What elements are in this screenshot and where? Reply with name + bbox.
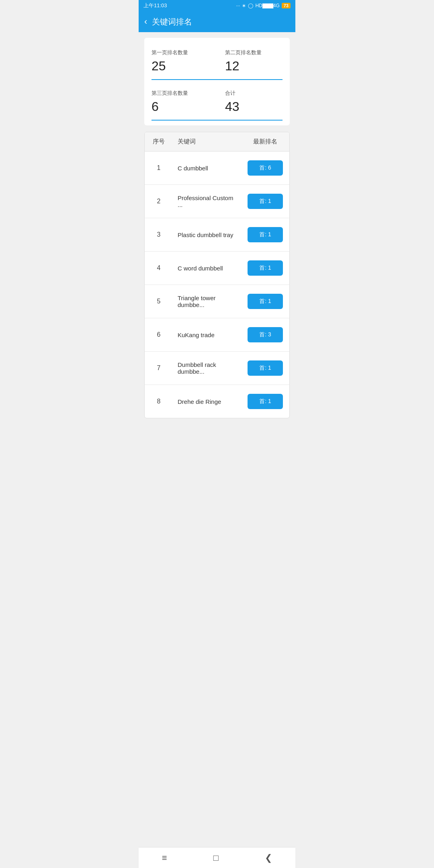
col-header-index: 序号 bbox=[145, 132, 173, 151]
cell-index: 7 bbox=[145, 358, 173, 378]
stat-page3: 第三页排名数量 6 bbox=[151, 86, 217, 121]
keyword-table: 序号 关键词 最新排名 1 C dumbbell 首: 6 2 Professi… bbox=[144, 132, 290, 418]
col-header-rank: 最新排名 bbox=[241, 132, 289, 151]
table-row[interactable]: 3 Plastic dumbbell tray 首: 1 bbox=[145, 218, 289, 252]
table-row[interactable]: 2 Professional Custom ... 首: 1 bbox=[145, 185, 289, 218]
cell-keyword: KuKang trade bbox=[173, 325, 241, 345]
rank-badge[interactable]: 首: 1 bbox=[248, 260, 283, 276]
table-body: 1 C dumbbell 首: 6 2 Professional Custom … bbox=[145, 151, 289, 418]
rank-badge[interactable]: 首: 1 bbox=[248, 194, 283, 209]
cell-index: 2 bbox=[145, 191, 173, 211]
cell-index: 6 bbox=[145, 325, 173, 345]
cell-rank: 首: 1 bbox=[241, 252, 289, 285]
page-title: 关键词排名 bbox=[152, 16, 192, 27]
rank-badge[interactable]: 首: 3 bbox=[248, 327, 283, 342]
cell-keyword: Professional Custom ... bbox=[173, 188, 241, 215]
signal-icon: HD▇▇▇4G bbox=[255, 3, 279, 8]
stat-page2: 第二页排名数量 12 bbox=[217, 46, 283, 80]
cell-rank: 首: 1 bbox=[241, 352, 289, 385]
stat-page2-label: 第二页排名数量 bbox=[225, 49, 283, 56]
stat-page3-value: 6 bbox=[151, 99, 209, 114]
cell-rank: 首: 1 bbox=[241, 185, 289, 218]
cell-index: 1 bbox=[145, 158, 173, 178]
cell-keyword: C dumbbell bbox=[173, 158, 241, 178]
cell-rank: 首: 1 bbox=[241, 385, 289, 418]
stat-total-label: 合计 bbox=[225, 90, 283, 97]
stat-page3-label: 第三页排名数量 bbox=[151, 90, 209, 97]
cell-index: 8 bbox=[145, 391, 173, 411]
rank-badge[interactable]: 首: 1 bbox=[248, 294, 283, 309]
cell-keyword: C word dumbbell bbox=[173, 258, 241, 278]
cell-keyword: Triangle tower dumbbe... bbox=[173, 288, 241, 315]
status-bar: 上午11:03 ··· ∗ ◯ HD▇▇▇4G 73 bbox=[139, 0, 295, 11]
back-button[interactable]: ‹ bbox=[144, 16, 147, 27]
main-content: 第一页排名数量 25 第二页排名数量 12 第三页排名数量 6 合计 43 序号… bbox=[139, 32, 295, 424]
cell-rank: 首: 1 bbox=[241, 285, 289, 318]
cell-index: 4 bbox=[145, 258, 173, 278]
rank-badge[interactable]: 首: 6 bbox=[248, 160, 283, 176]
cell-index: 3 bbox=[145, 225, 173, 245]
status-time: 上午11:03 bbox=[143, 2, 167, 9]
table-row[interactable]: 4 C word dumbbell 首: 1 bbox=[145, 252, 289, 285]
cell-index: 5 bbox=[145, 291, 173, 311]
cell-keyword: Plastic dumbbell tray bbox=[173, 225, 241, 245]
stat-total: 合计 43 bbox=[217, 86, 283, 121]
rank-badge[interactable]: 首: 1 bbox=[248, 394, 283, 409]
stat-page1: 第一页排名数量 25 bbox=[151, 46, 217, 80]
stat-page1-label: 第一页排名数量 bbox=[151, 49, 209, 56]
battery-indicator: 73 bbox=[282, 3, 291, 8]
table-row[interactable]: 7 Dumbbell rack dumbbe... 首: 1 bbox=[145, 352, 289, 385]
table-header: 序号 关键词 最新排名 bbox=[145, 132, 289, 151]
table-row[interactable]: 1 C dumbbell 首: 6 bbox=[145, 151, 289, 185]
cell-rank: 首: 6 bbox=[241, 151, 289, 184]
cell-rank: 首: 1 bbox=[241, 218, 289, 251]
table-row[interactable]: 5 Triangle tower dumbbe... 首: 1 bbox=[145, 285, 289, 318]
table-row[interactable]: 8 Drehe die Ringe 首: 1 bbox=[145, 385, 289, 418]
col-header-keyword: 关键词 bbox=[173, 132, 241, 151]
alarm-icon: ◯ bbox=[248, 3, 253, 8]
rank-badge[interactable]: 首: 1 bbox=[248, 360, 283, 376]
app-header: ‹ 关键词排名 bbox=[139, 11, 295, 32]
cell-keyword: Dumbbell rack dumbbe... bbox=[173, 355, 241, 381]
stats-card: 第一页排名数量 25 第二页排名数量 12 第三页排名数量 6 合计 43 bbox=[144, 38, 290, 125]
status-icons: ··· ∗ ◯ HD▇▇▇4G 73 bbox=[236, 3, 291, 8]
rank-badge[interactable]: 首: 1 bbox=[248, 227, 283, 242]
stat-total-value: 43 bbox=[225, 99, 283, 114]
stat-page2-value: 12 bbox=[225, 59, 283, 74]
cell-keyword: Drehe die Ringe bbox=[173, 392, 241, 411]
stats-grid: 第一页排名数量 25 第二页排名数量 12 第三页排名数量 6 合计 43 bbox=[151, 46, 283, 121]
cell-rank: 首: 3 bbox=[241, 318, 289, 351]
bluetooth-icon: ∗ bbox=[242, 3, 246, 8]
signal-dots-icon: ··· bbox=[236, 3, 240, 8]
table-row[interactable]: 6 KuKang trade 首: 3 bbox=[145, 318, 289, 352]
stat-page1-value: 25 bbox=[151, 59, 209, 74]
